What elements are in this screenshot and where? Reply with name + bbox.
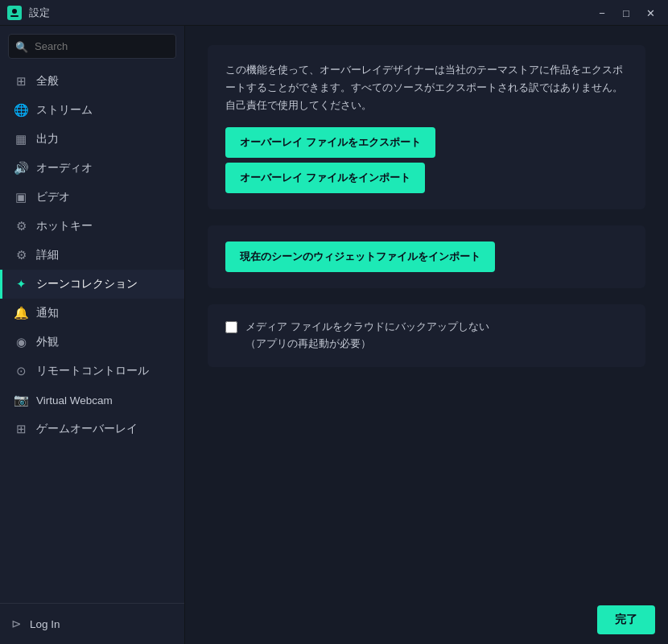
login-label: Log In [30, 618, 60, 630]
sidebar-item-label-audio: オーディオ [36, 161, 93, 175]
remote-control-icon: ⊙ [14, 364, 28, 378]
sidebar-item-label-appearance: 外観 [36, 335, 59, 349]
hotkeys-icon: ⚙ [14, 219, 28, 233]
export-button[interactable]: オーバーレイ ファイルをエクスポート [225, 127, 435, 158]
notifications-icon: 🔔 [14, 306, 28, 320]
sidebar-item-stream[interactable]: 🌐 ストリーム [0, 96, 184, 125]
window-title: 設定 [29, 6, 50, 20]
backup-checkbox[interactable] [225, 321, 237, 333]
sidebar-item-game-overlay[interactable]: ⊞ ゲームオーバーレイ [0, 415, 184, 444]
general-icon: ⊞ [14, 74, 28, 89]
svg-rect-2 [10, 15, 19, 17]
game-overlay-icon: ⊞ [14, 422, 28, 436]
checkbox-section: メディア ファイルをクラウドにバックアップしない（アプリの再起動が必要） [208, 304, 645, 367]
sidebar-item-label-remote-control: リモートコントロール [36, 364, 149, 378]
sidebar-item-label-video: ビデオ [36, 190, 70, 204]
search-input[interactable] [8, 34, 176, 59]
done-button[interactable]: 完了 [597, 605, 655, 634]
sidebar-item-label-output: 出力 [36, 132, 59, 147]
sidebar: 🔍 ⊞ 全般 🌐 ストリーム ▦ 出力 🔊 オーディオ ▣ ビデオ ⚙ ホットキ… [0, 26, 185, 644]
app-icon [6, 5, 23, 21]
video-icon: ▣ [14, 190, 28, 204]
login-item[interactable]: ⊳ Log In [11, 613, 173, 634]
svg-point-1 [12, 9, 17, 14]
sidebar-item-notifications[interactable]: 🔔 通知 [0, 299, 184, 328]
virtual-webcam-icon: 📷 [14, 393, 28, 407]
search-box: 🔍 [8, 34, 176, 59]
widget-import-button[interactable]: 現在のシーンのウィジェットファイルをインポート [225, 242, 495, 272]
info-text: この機能を使って、オーバーレイデザイナーは当社のテーマストアに作品をエクスポート… [225, 61, 628, 114]
sidebar-item-virtual-webcam[interactable]: 📷 Virtual Webcam [0, 386, 184, 415]
sidebar-item-label-general: 全般 [36, 74, 59, 89]
export-import-section: この機能を使って、オーバーレイデザイナーは当社のテーマストアに作品をエクスポート… [208, 45, 645, 209]
output-icon: ▦ [14, 132, 28, 147]
main-layout: 🔍 ⊞ 全般 🌐 ストリーム ▦ 出力 🔊 オーディオ ▣ ビデオ ⚙ ホットキ… [0, 26, 668, 644]
sidebar-item-label-stream: ストリーム [36, 103, 93, 118]
sidebar-item-label-virtual-webcam: Virtual Webcam [36, 394, 113, 407]
maximize-button[interactable]: □ [615, 2, 637, 24]
sidebar-footer: ⊳ Log In [0, 603, 184, 644]
sidebar-item-label-hotkeys: ホットキー [36, 219, 93, 233]
backup-label: メディア ファイルをクラウドにバックアップしない（アプリの再起動が必要） [245, 319, 489, 353]
audio-icon: 🔊 [14, 161, 28, 175]
import-button[interactable]: オーバーレイ ファイルをインポート [225, 163, 425, 193]
stream-icon: 🌐 [14, 103, 28, 118]
sidebar-item-advanced[interactable]: ⚙ 詳細 [0, 241, 184, 270]
appearance-icon: ◉ [14, 335, 28, 349]
advanced-icon: ⚙ [14, 248, 28, 262]
sidebar-item-label-notifications: 通知 [36, 306, 59, 320]
sidebar-item-hotkeys[interactable]: ⚙ ホットキー [0, 212, 184, 241]
titlebar: 設定 − □ ✕ [0, 0, 668, 26]
backup-checkbox-row[interactable]: メディア ファイルをクラウドにバックアップしない（アプリの再起動が必要） [225, 319, 628, 353]
sidebar-item-output[interactable]: ▦ 出力 [0, 125, 184, 154]
sidebar-item-label-scene-collection: シーンコレクション [36, 277, 138, 291]
login-icon: ⊳ [11, 617, 22, 631]
sidebar-item-remote-control[interactable]: ⊙ リモートコントロール [0, 357, 184, 386]
sidebar-item-general[interactable]: ⊞ 全般 [0, 67, 184, 96]
sidebar-item-scene-collection[interactable]: ✦ シーンコレクション [0, 270, 184, 299]
sidebar-item-video[interactable]: ▣ ビデオ [0, 183, 184, 212]
widget-import-section: 現在のシーンのウィジェットファイルをインポート [208, 225, 645, 288]
scene-collection-icon: ✦ [14, 277, 28, 291]
minimize-button[interactable]: − [591, 2, 613, 24]
sidebar-item-appearance[interactable]: ◉ 外観 [0, 328, 184, 357]
bottom-bar: 完了 [584, 596, 668, 644]
sidebar-item-label-advanced: 詳細 [36, 248, 59, 262]
sidebar-item-label-game-overlay: ゲームオーバーレイ [36, 422, 138, 436]
content-area: この機能を使って、オーバーレイデザイナーは当社のテーマストアに作品をエクスポート… [185, 26, 668, 644]
sidebar-nav: ⊞ 全般 🌐 ストリーム ▦ 出力 🔊 オーディオ ▣ ビデオ ⚙ ホットキー … [0, 67, 184, 603]
window-controls: − □ ✕ [591, 0, 662, 26]
close-button[interactable]: ✕ [639, 2, 662, 24]
sidebar-item-audio[interactable]: 🔊 オーディオ [0, 154, 184, 183]
